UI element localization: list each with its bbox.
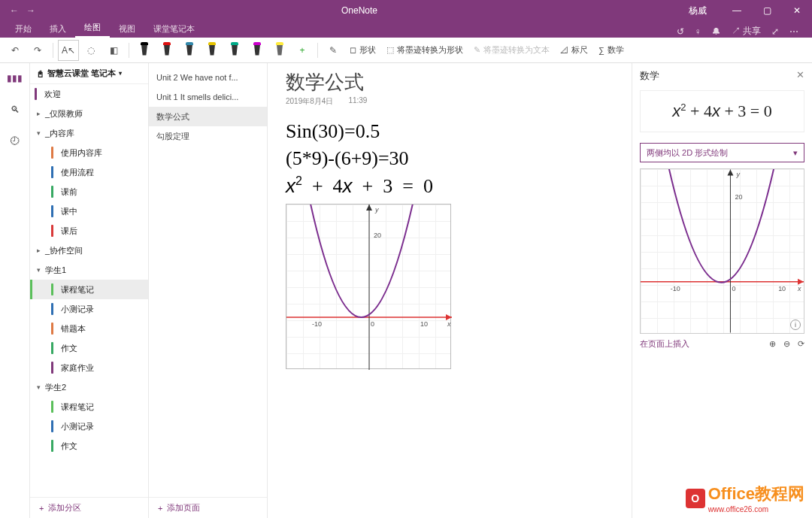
tab-home[interactable]: 开始 — [6, 20, 41, 38]
chevron-down-icon: ▾ — [793, 148, 798, 158]
highlighter[interactable] — [269, 40, 290, 61]
notebooks-icon[interactable]: ▮▮▮ — [6, 69, 24, 87]
equation-line-2[interactable]: (5*9)-(6+9)=30 — [286, 147, 614, 170]
section-item[interactable]: 小测记录 — [30, 299, 148, 319]
pen-3[interactable] — [179, 40, 200, 61]
svg-marker-13 — [727, 170, 733, 176]
notebook-name: 智慧云课堂 笔记本 — [47, 68, 116, 79]
zoom-out-icon[interactable]: ⊖ — [783, 339, 790, 349]
section-group[interactable]: ▾学生2 — [30, 377, 148, 397]
page-item[interactable]: Unit 1 It smells delici... — [149, 87, 267, 107]
svg-marker-11 — [798, 279, 804, 285]
section-group[interactable]: ▸_协作空间 — [30, 241, 148, 260]
svg-text:20: 20 — [374, 232, 381, 239]
insert-on-page-link[interactable]: 在页面上插入 — [640, 338, 689, 350]
watermark-text: Office教程网 — [708, 484, 804, 503]
equation-line-3[interactable]: x2 + 4x + 3 = 0 — [286, 174, 614, 198]
section-item[interactable]: 课前 — [30, 182, 148, 201]
notebook-picker[interactable]: 📓︎ 智慧云课堂 笔记本 ▾ — [30, 63, 148, 84]
fullscreen-icon[interactable]: ⤢ — [771, 26, 779, 37]
lightbulb-icon[interactable]: ♀ — [695, 26, 701, 37]
close-button[interactable]: ✕ — [782, 5, 812, 16]
notebook-icon: 📓︎ — [36, 69, 44, 78]
user-name[interactable]: 杨威 — [674, 5, 722, 17]
add-section-button[interactable]: +添加分区 — [30, 497, 148, 518]
section-item[interactable]: 使用流程 — [30, 162, 148, 182]
pen-6[interactable] — [247, 40, 268, 61]
section-group[interactable]: ▸_仅限教师 — [30, 104, 148, 123]
close-math-pane-icon[interactable]: ✕ — [796, 69, 804, 83]
math-pane-equation: x2 + 4x + 3 = 0 — [640, 90, 804, 132]
more-icon[interactable]: ⋯ — [789, 26, 798, 37]
svg-text:0: 0 — [732, 285, 735, 292]
zoom-in-icon[interactable]: ⊕ — [769, 339, 776, 349]
tab-draw[interactable]: 绘图 — [75, 19, 110, 38]
section-item[interactable]: 使用内容库 — [30, 143, 148, 162]
page-item[interactable]: Unit 2 We have not f... — [149, 68, 267, 87]
section-group[interactable]: ▾_内容库 — [30, 123, 148, 143]
section-item[interactable]: 课中 — [30, 201, 148, 221]
svg-text:-10: -10 — [312, 320, 322, 328]
tab-view[interactable]: 视图 — [110, 20, 144, 38]
share-button[interactable]: ↗ 共享 — [732, 25, 761, 38]
draw-toolbar: ↶ ↷ A↖︎ ◌ ◧ + ✎ ◻ 形状 ⬚ 将墨迹转换为形状 ✎ 将墨迹转换为… — [0, 38, 812, 63]
page-title[interactable] — [286, 71, 580, 95]
sections-column: 📓︎ 智慧云课堂 笔记本 ▾ 欢迎▸_仅限教师▾_内容库使用内容库使用流程课前课… — [30, 63, 149, 518]
section-item[interactable]: 作文 — [30, 338, 148, 358]
page-time: 11:39 — [348, 96, 367, 107]
section-item[interactable]: 小测记录 — [30, 417, 148, 436]
eraser-button[interactable]: ◧ — [103, 40, 124, 61]
svg-marker-1 — [446, 314, 452, 320]
back-arrow-icon[interactable]: ← — [8, 5, 21, 16]
recent-icon[interactable]: 🕘︎ — [6, 132, 24, 150]
watermark: O Office教程网 www.office26.com — [686, 483, 804, 513]
section-item[interactable]: 作文 — [30, 436, 148, 456]
pen-4[interactable] — [201, 40, 223, 61]
forward-arrow-icon[interactable]: → — [24, 5, 38, 16]
equation-line-1[interactable]: Sin(30)=0.5 — [286, 120, 614, 143]
lasso-button[interactable]: ◌ — [80, 40, 102, 61]
pen-5[interactable] — [224, 40, 245, 61]
ribbon-tabs: 开始 插入 绘图 视图 课堂笔记本 ↺ ♀ 🔔︎ ↗ 共享 ⤢ ⋯ — [0, 21, 812, 38]
sync-icon[interactable]: ↺ — [677, 26, 684, 37]
section-item[interactable]: 课后 — [30, 221, 148, 241]
math-pane-graph[interactable]: x y -10 0 10 20 i — [640, 168, 804, 334]
undo-button[interactable]: ↶ — [5, 40, 26, 61]
reset-icon[interactable]: ⟳ — [798, 339, 804, 349]
section-item[interactable]: 家庭作业 — [30, 358, 148, 377]
minimize-button[interactable]: — — [722, 5, 752, 16]
svg-text:20: 20 — [735, 194, 742, 201]
ink-to-shape-button[interactable]: ⬚ 将墨迹转换为形状 — [382, 40, 468, 61]
page-item[interactable]: 勾股定理 — [149, 126, 267, 146]
maximize-button[interactable]: ▢ — [752, 5, 782, 16]
section-group[interactable]: ▾学生1 — [30, 260, 148, 280]
shapes-button[interactable]: ◻ 形状 — [345, 40, 380, 61]
add-pen-button[interactable]: + — [292, 40, 313, 61]
section-item[interactable]: 错题本 — [30, 319, 148, 338]
math-button[interactable]: ∑ 数学 — [594, 40, 629, 61]
page-item[interactable]: 数学公式 — [149, 107, 267, 126]
section-item[interactable]: 欢迎 — [30, 84, 148, 104]
tab-insert[interactable]: 插入 — [41, 20, 75, 38]
math-action-select[interactable]: 两侧均以 2D 形式绘制 ▾ — [640, 143, 804, 162]
svg-marker-3 — [366, 204, 372, 211]
page-canvas[interactable]: 2019年8月4日 11:39 Sin(30)=0.5 (5*9)-(6+9)=… — [268, 63, 632, 518]
search-icon[interactable]: 🔍︎ — [6, 101, 24, 119]
pages-column: Unit 2 We have not f...Unit 1 It smells … — [149, 63, 268, 518]
text-select-button[interactable]: A↖︎ — [58, 40, 79, 61]
add-page-button[interactable]: +添加页面 — [149, 497, 267, 518]
pen-1[interactable] — [134, 40, 155, 61]
bell-icon[interactable]: 🔔︎ — [712, 26, 721, 37]
section-item[interactable]: 课程笔记 — [30, 280, 148, 299]
chevron-down-icon: ▾ — [119, 70, 122, 77]
ruler-button[interactable]: 📐︎ 标尺 — [556, 40, 592, 61]
tab-class-notebook[interactable]: 课堂笔记本 — [144, 20, 204, 38]
svg-text:-10: -10 — [671, 285, 680, 292]
watermark-url: www.office26.com — [708, 505, 804, 513]
redo-button[interactable]: ↷ — [27, 40, 48, 61]
pen-2[interactable] — [156, 40, 177, 61]
ink-replay-icon[interactable]: ✎ — [323, 40, 344, 61]
svg-text:y: y — [735, 171, 740, 179]
page-date: 2019年8月4日 — [286, 96, 333, 107]
section-item[interactable]: 课程笔记 — [30, 397, 148, 417]
